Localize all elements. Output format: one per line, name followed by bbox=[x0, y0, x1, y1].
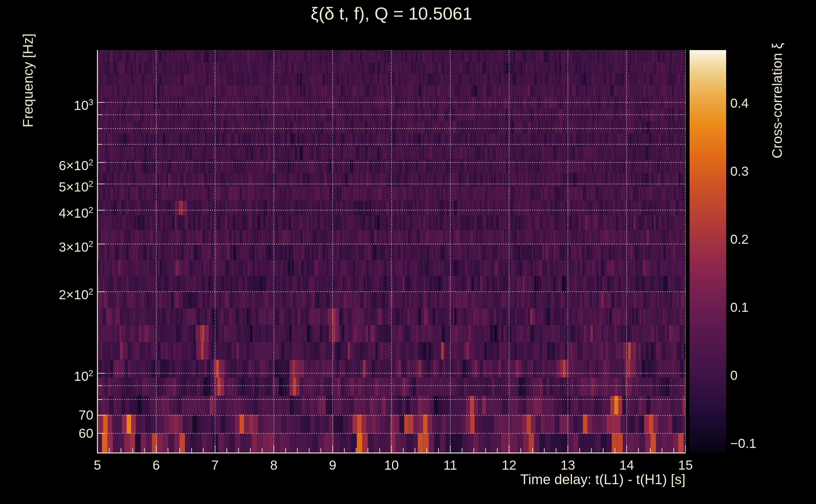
y-tick-label: 6×102 bbox=[0, 155, 93, 174]
colorbar-tick-label: 0 bbox=[730, 368, 806, 383]
colorbar-gradient bbox=[690, 50, 726, 453]
x-tick-label: 13 bbox=[546, 457, 590, 473]
x-tick-label: 11 bbox=[428, 457, 472, 473]
x-tick-label: 14 bbox=[605, 457, 649, 473]
x-tick-label: 12 bbox=[487, 457, 531, 473]
x-tick-label: 5 bbox=[75, 457, 119, 473]
x-tick-label: 6 bbox=[134, 457, 178, 473]
x-tick-label: 8 bbox=[252, 457, 296, 473]
y-tick-label: 60 bbox=[0, 426, 93, 441]
x-tick-label: 7 bbox=[193, 457, 237, 473]
colorbar-tick-label: 0.1 bbox=[730, 300, 806, 315]
y-tick-label: 4×102 bbox=[0, 202, 93, 221]
y-tick-label: 5×102 bbox=[0, 176, 93, 195]
colorbar-tick-label: 0.2 bbox=[730, 232, 806, 247]
y-tick-label: 2×102 bbox=[0, 284, 93, 303]
figure-canvas: ξ(δ t, f), Q = 10.5061 Frequency [Hz] Ti… bbox=[0, 0, 816, 504]
x-tick-label: 10 bbox=[370, 457, 414, 473]
colorbar-tick-label: 0.3 bbox=[730, 163, 806, 179]
y-tick-label: 102 bbox=[0, 365, 93, 384]
y-tick-label: 3×102 bbox=[0, 236, 93, 255]
x-tick-label: 9 bbox=[311, 457, 355, 473]
chart-title: ξ(δ t, f), Q = 10.5061 bbox=[97, 3, 686, 24]
y-tick-label: 70 bbox=[0, 407, 93, 423]
x-axis-title: Time delay: t(L1) - t(H1) [s] bbox=[370, 472, 686, 487]
colorbar-tick-label: −0.1 bbox=[730, 436, 806, 451]
colorbar-tick-label: 0.4 bbox=[730, 95, 806, 111]
x-tick-label: 15 bbox=[664, 457, 708, 473]
y-tick-label: 103 bbox=[0, 95, 93, 113]
